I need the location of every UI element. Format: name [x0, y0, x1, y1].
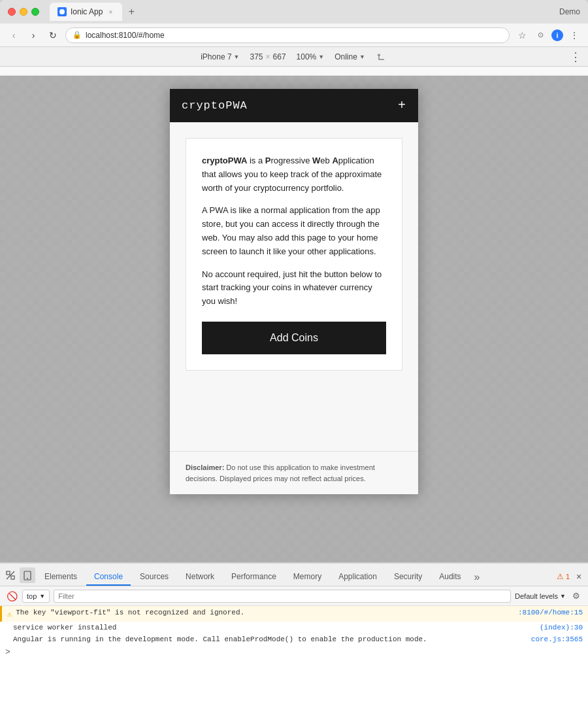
svg-rect-1 [11, 576, 14, 579]
warning-link[interactable]: :8100/#/home:15 [518, 609, 583, 616]
forward-button[interactable]: › [26, 28, 41, 42]
traffic-lights [8, 8, 39, 16]
log-level-value: Default levels [515, 592, 558, 600]
bookmark-icon[interactable]: ☆ [515, 28, 529, 42]
nav-bar: ‹ › ↻ 🔒 localhost:8100/#/home ☆ ⊙ i ⋮ [0, 24, 588, 47]
console-line-serviceworker: service worker installed (index):30 [0, 622, 588, 633]
info-icon[interactable]: i [551, 29, 563, 41]
warning-count: 1 [566, 573, 570, 580]
console-toolbar: 🚫 top ▼ Default levels ▼ ⚙ [0, 586, 588, 606]
maximize-traffic-light[interactable] [31, 8, 39, 16]
devtools-left-icons [3, 567, 35, 586]
console-settings-icon[interactable]: ⚙ [570, 590, 583, 603]
filter-input[interactable] [54, 590, 511, 603]
tab-title: Ionic App [71, 7, 103, 16]
active-tab[interactable]: Ionic App × [50, 3, 122, 21]
context-dropdown-arrow: ▼ [39, 593, 45, 599]
console-clear-button[interactable]: 🚫 [5, 590, 18, 603]
tab-memory[interactable]: Memory [286, 569, 329, 586]
add-button[interactable]: + [398, 98, 406, 113]
devtools-right-controls: ⚠ 1 × [557, 570, 585, 586]
back-button[interactable]: ‹ [7, 28, 21, 42]
address-bar[interactable]: 🔒 localhost:8100/#/home [65, 27, 510, 43]
device-name: iPhone 7 [201, 52, 231, 61]
refresh-button[interactable]: ↻ [46, 28, 60, 42]
console-link-angular[interactable]: core.js:3565 [531, 635, 583, 643]
zoom-selector[interactable]: 100% ▼ [297, 52, 325, 61]
device-selector[interactable]: iPhone 7 ▼ [201, 52, 239, 61]
new-tab-button[interactable]: + [122, 3, 140, 21]
tab-application[interactable]: Application [331, 569, 385, 586]
console-prompt[interactable]: > [0, 645, 588, 659]
app-card: cryptoPWA is a Progressive Web Applicati… [186, 138, 402, 371]
app-disclaimer: Disclaimer: Do not use this application … [186, 462, 402, 484]
app-description-2: A PWA is like a normal application from … [202, 204, 386, 258]
tab-elements[interactable]: Elements [37, 569, 85, 586]
warning-triangle-icon: ⚠ [557, 572, 564, 581]
device-toolbar: iPhone 7 ▼ 375 × 667 100% ▼ Online ▼ [0, 47, 588, 67]
console-text-angular: Angular is running in the development mo… [13, 635, 427, 643]
tab-favicon [57, 7, 67, 16]
device-dropdown-arrow: ▼ [234, 54, 240, 60]
tab-bar: Ionic App × + [50, 3, 559, 21]
height-selector[interactable]: 667 [273, 52, 286, 61]
context-selector[interactable]: top ▼ [22, 590, 50, 603]
connection-selector[interactable]: Online ▼ [335, 52, 365, 61]
connection-type: Online [335, 52, 357, 61]
add-coins-button[interactable]: Add Coins [202, 322, 386, 354]
zoom-level: 100% [297, 52, 317, 61]
disclaimer-label: Disclaimer: [186, 463, 224, 471]
device-width: 375 [250, 52, 263, 61]
demo-label: Demo [559, 7, 580, 16]
app-description-3: No account required, just hit the button… [202, 268, 386, 309]
browser-window: Ionic App × + Demo ‹ › ↻ 🔒 localhost:810… [0, 0, 588, 706]
device-toolbar-right: ⋮ [570, 50, 581, 64]
rotate-icon[interactable] [376, 51, 387, 63]
address-url: localhost:8100/#/home [86, 31, 165, 40]
inspect-element-icon[interactable] [3, 567, 18, 583]
app-footer: Disclaimer: Do not use this application … [170, 451, 418, 494]
device-more-button[interactable]: ⋮ [570, 50, 581, 64]
console-output: ⚠ The key "viewport-fit" is not recogniz… [0, 606, 588, 706]
console-text-serviceworker: service worker installed [13, 624, 116, 631]
context-value: top [27, 592, 37, 600]
app-title: cryptoPWA [182, 99, 248, 112]
tab-security[interactable]: Security [386, 569, 430, 586]
lock-icon: 🔒 [73, 31, 82, 39]
devtools-tabs: Elements Console Sources Network Perform… [0, 563, 588, 586]
app-header: cryptoPWA + [170, 89, 418, 122]
tab-network[interactable]: Network [178, 569, 222, 586]
warning-icon: ⚠ [7, 609, 12, 619]
minimize-traffic-light[interactable] [20, 8, 27, 16]
tab-audits[interactable]: Audits [431, 569, 468, 586]
ruler [0, 67, 588, 76]
tab-sources[interactable]: Sources [132, 569, 176, 586]
log-level-arrow: ▼ [560, 593, 566, 599]
devtools-close-button[interactable]: × [572, 570, 585, 583]
tab-close-btn[interactable]: × [106, 8, 114, 16]
warning-badge: ⚠ 1 [557, 572, 570, 581]
width-selector[interactable]: 375 [250, 52, 263, 61]
devtools-panel: Elements Console Sources Network Perform… [0, 562, 588, 706]
tab-console[interactable]: Console [86, 569, 131, 586]
device-size: 375 × 667 [250, 52, 286, 61]
device-height: 667 [273, 52, 286, 61]
tab-performance[interactable]: Performance [223, 569, 284, 586]
console-link-serviceworker[interactable]: (index):30 [540, 624, 583, 631]
app-body: cryptoPWA is a Progressive Web Applicati… [170, 122, 418, 451]
console-warning-viewport: ⚠ The key "viewport-fit" is not recogniz… [0, 606, 588, 622]
console-line-angular: Angular is running in the development mo… [0, 633, 588, 645]
zoom-dropdown-arrow: ▼ [318, 54, 324, 60]
log-level-selector[interactable]: Default levels ▼ [515, 592, 566, 600]
main-content: cryptoPWA + cryptoPWA is a Progressive W… [0, 76, 588, 562]
more-tabs-button[interactable]: » [470, 571, 484, 586]
close-traffic-light[interactable] [8, 8, 16, 16]
device-mode-icon[interactable] [20, 567, 35, 583]
phone-frame: cryptoPWA + cryptoPWA is a Progressive W… [170, 89, 418, 494]
app-description-1: cryptoPWA is a Progressive Web Applicati… [202, 154, 386, 195]
reader-icon[interactable]: ⊙ [533, 28, 547, 42]
connection-dropdown-arrow: ▼ [359, 54, 365, 60]
svg-rect-0 [7, 571, 10, 575]
menu-icon[interactable]: ⋮ [567, 28, 581, 42]
nav-right: ☆ ⊙ i ⋮ [515, 28, 581, 42]
